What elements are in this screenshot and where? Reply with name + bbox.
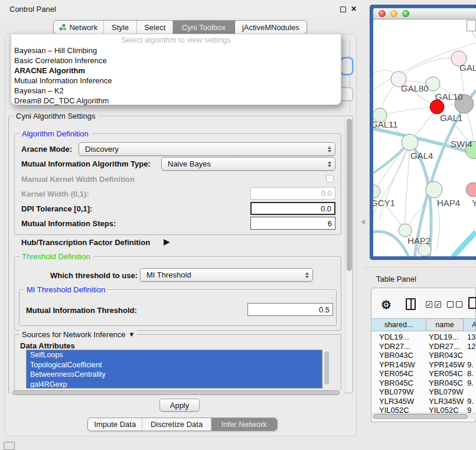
aracne-mode-combo[interactable]: Discovery bbox=[79, 142, 335, 156]
algorithm-option-selected[interactable]: ARACNE Algorithm bbox=[11, 66, 341, 76]
float-icon[interactable] bbox=[340, 6, 346, 12]
dpi-tolerance-field[interactable]: 0.0 bbox=[250, 202, 335, 215]
attribute-item[interactable]: gal4RGexp bbox=[27, 380, 322, 389]
algorithm-combo-partial[interactable] bbox=[340, 57, 353, 75]
close-icon[interactable]: ✕ bbox=[351, 5, 357, 13]
node-gcy1[interactable] bbox=[373, 185, 380, 198]
column-header-partial[interactable]: A bbox=[464, 318, 476, 331]
cell-shared: YBR045C bbox=[379, 379, 413, 387]
tab-infer-network[interactable]: Infer Network bbox=[211, 418, 277, 431]
tab-cyni-toolbox[interactable]: Cyni Toolbox bbox=[173, 21, 235, 34]
export-table-icon[interactable] bbox=[468, 297, 476, 309]
gear-icon[interactable]: ⚙ bbox=[381, 298, 392, 312]
node-label: Y bbox=[472, 198, 476, 208]
which-threshold-value: MI Threshold bbox=[146, 270, 191, 279]
tab-impute-data[interactable]: Impute Data bbox=[88, 418, 142, 431]
cell-shared: YBL079W bbox=[379, 387, 414, 396]
close-traffic-light-icon[interactable] bbox=[379, 10, 386, 17]
settings-hscrollbar-thumb[interactable] bbox=[12, 390, 340, 395]
settings-scrollbar-track[interactable] bbox=[345, 117, 352, 392]
table-panel-title: Table Panel bbox=[376, 275, 416, 283]
network-overview-box[interactable] bbox=[467, 20, 476, 31]
manual-kernel-checkbox[interactable] bbox=[326, 175, 334, 182]
mi-steps-label: Mutual Information Steps: bbox=[21, 219, 116, 228]
mi-steps-value: 6 bbox=[328, 219, 332, 228]
tab-network-label: Network bbox=[69, 23, 97, 32]
tab-jactivemnodules[interactable]: jActiveMNodules bbox=[235, 21, 307, 34]
attribute-item[interactable]: TopologicalCoefficient bbox=[27, 360, 322, 370]
cell-value: 12 bbox=[467, 342, 475, 351]
settings-hscrollbar-track[interactable] bbox=[11, 390, 345, 396]
table-body: YDL19... YDL19... 13 YDR27... YDR27... 1… bbox=[372, 331, 476, 413]
node-salmon[interactable] bbox=[466, 182, 476, 197]
select-all-check-icon[interactable]: ✓ bbox=[426, 301, 432, 308]
sources-collapse-icon[interactable]: ▼ bbox=[129, 330, 135, 340]
tab-select[interactable]: Select bbox=[137, 21, 173, 34]
settings-scrollbar-thumb[interactable] bbox=[347, 119, 352, 271]
table-hscrollbar-track[interactable] bbox=[372, 413, 476, 419]
attribute-item[interactable]: BetweennessCentrality bbox=[27, 370, 322, 380]
network-icon bbox=[59, 24, 66, 31]
algorithm-dropdown-placeholder: Select algorithm to view settings bbox=[11, 35, 341, 45]
select-all-check-icon[interactable]: ✓ bbox=[435, 301, 441, 308]
kernel-width-value: 0.0 bbox=[321, 189, 332, 198]
attributes-scrollbar-track[interactable] bbox=[322, 350, 329, 389]
divider-collapse-icon[interactable] bbox=[361, 219, 365, 225]
apply-button[interactable]: Apply bbox=[159, 399, 200, 412]
kernel-width-field[interactable]: 0.0 bbox=[250, 187, 335, 200]
cell-value: 9. bbox=[467, 397, 474, 406]
node-hap2[interactable] bbox=[399, 224, 412, 237]
minimized-panel-icon[interactable] bbox=[4, 442, 15, 450]
zoom-traffic-light-icon[interactable] bbox=[402, 10, 409, 17]
column-header-name[interactable]: name bbox=[426, 318, 464, 331]
aracne-mode-value: Discovery bbox=[85, 145, 119, 154]
algorithm-option[interactable]: Bayesian – K2 bbox=[11, 86, 341, 96]
node-label: GAL10 bbox=[435, 92, 463, 102]
algorithm-option[interactable]: Basic Correlation Inference bbox=[11, 56, 341, 66]
deselect-check-icon[interactable] bbox=[447, 301, 454, 308]
node-label: GAL4 bbox=[410, 151, 433, 161]
mi-steps-field[interactable]: 6 bbox=[250, 217, 335, 230]
cell-value: 13 bbox=[467, 332, 475, 341]
node-label: GAL2 bbox=[459, 63, 476, 73]
attribute-item[interactable]: SelfLoops bbox=[27, 350, 322, 360]
tab-select-label: Select bbox=[144, 23, 165, 32]
network-graph: GAL2 GAL80 GAL10 GAL1 GAL11 GAL4 SWI4 GC… bbox=[373, 19, 476, 256]
cell-shared: YBR043C bbox=[379, 351, 413, 360]
node-gal1[interactable] bbox=[430, 100, 444, 114]
which-threshold-combo[interactable]: MI Threshold bbox=[140, 268, 313, 282]
deselect-check-icon[interactable] bbox=[456, 301, 462, 308]
mi-threshold-field[interactable]: 0.5 bbox=[247, 303, 333, 316]
node-hap4[interactable] bbox=[426, 181, 442, 198]
tab-style[interactable]: Style bbox=[104, 21, 138, 34]
network-canvas[interactable]: GAL2 GAL80 GAL10 GAL1 GAL11 GAL4 SWI4 GC… bbox=[373, 19, 476, 256]
which-threshold-label: Which threshold to use: bbox=[50, 271, 138, 280]
minimize-traffic-light-icon[interactable] bbox=[390, 10, 397, 17]
cell-name: YPR145W bbox=[429, 360, 465, 369]
node-label: SWI4 bbox=[451, 139, 472, 149]
column-header-shared-name[interactable]: shared... bbox=[371, 318, 426, 331]
dpi-tolerance-value: 0.0 bbox=[321, 204, 331, 213]
algorithm-option[interactable]: Bayesian – Hill Climbing bbox=[11, 45, 341, 56]
algorithm-option[interactable]: Dream8 DC_TDC Algorithm bbox=[11, 96, 341, 106]
table-hscrollbar-thumb[interactable] bbox=[373, 414, 468, 419]
hub-expand-icon[interactable]: ▶ bbox=[164, 237, 170, 246]
network-view-window[interactable]: GAL2 GAL80 GAL10 GAL1 GAL11 GAL4 SWI4 GC… bbox=[370, 5, 476, 260]
apply-button-label: Apply bbox=[170, 401, 190, 410]
node-gal4[interactable] bbox=[402, 134, 418, 151]
tab-network[interactable]: Network bbox=[54, 21, 104, 34]
tab-discretize-data[interactable]: Discretize Data bbox=[142, 418, 211, 431]
mi-threshold-value: 0.5 bbox=[319, 305, 330, 314]
manual-kernel-label: Manual Kernel Width Definition bbox=[21, 175, 135, 184]
threshold-definition-title: Threshold Definition bbox=[19, 252, 93, 262]
hub-definition-label: Hub/Transcription Factor Definition bbox=[21, 238, 150, 247]
mi-type-combo[interactable]: Naive Bayes bbox=[161, 157, 335, 171]
algorithm-option[interactable]: Mutual Information Inference bbox=[11, 76, 341, 86]
attributes-scrollbar-thumb[interactable] bbox=[324, 351, 329, 384]
network-window-titlebar[interactable] bbox=[373, 8, 476, 19]
control-panel-tabs: Network Style Select Cyni Toolbox jActiv… bbox=[53, 20, 307, 34]
cell-value: 9 bbox=[467, 406, 471, 413]
algorithm-dropdown-list: Select algorithm to view settings Bayesi… bbox=[11, 34, 341, 105]
split-columns-icon[interactable] bbox=[406, 298, 416, 310]
cell-name: YBR045C bbox=[429, 379, 463, 387]
